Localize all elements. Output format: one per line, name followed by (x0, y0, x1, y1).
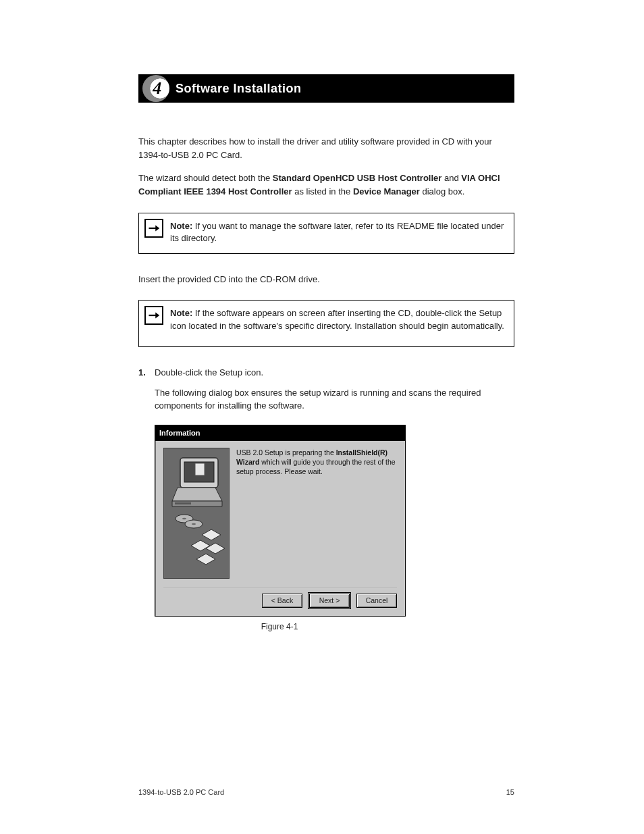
dialog-setup-artwork (163, 448, 230, 579)
svg-rect-6 (195, 463, 205, 475)
chapter-number: 4 (142, 75, 169, 102)
chapter-banner: 4 Software Installation (138, 74, 514, 103)
next-button[interactable]: Next > (309, 594, 350, 608)
note-arrow-icon (144, 306, 163, 325)
note-arrow-icon (144, 219, 163, 238)
note-text: If the software appears on screen after … (170, 308, 504, 331)
dialog-message: USB 2.0 Setup is preparing the InstallSh… (236, 448, 397, 579)
back-button[interactable]: < Back (262, 594, 302, 608)
svg-marker-3 (155, 313, 159, 319)
dialog-titlebar: Information (155, 425, 405, 441)
cancel-button[interactable]: Cancel (356, 594, 397, 608)
intro-section: This chapter describes how to install th… (138, 135, 514, 199)
footer-left: 1394-to-USB 2.0 PC Card (138, 788, 224, 796)
svg-point-13 (192, 523, 196, 525)
dialog-button-row: < Back Next > Cancel (155, 588, 405, 616)
svg-point-11 (182, 517, 186, 519)
manual-page: 4 Software Installation This chapter des… (0, 0, 644, 834)
svg-marker-14 (202, 529, 221, 540)
svg-marker-7 (172, 488, 222, 501)
note-box-1: Note: If you want to manage the software… (138, 213, 514, 255)
note-box-2: Note: If the software appears on screen … (138, 300, 514, 347)
dialog-screenshot: Information (155, 425, 404, 631)
svg-rect-9 (175, 502, 191, 504)
intro-paragraph-1: This chapter describes how to install th… (138, 135, 514, 162)
install-wizard-dialog: Information (155, 425, 406, 617)
insert-cd-paragraph: Insert the provided CD into the CD-ROM d… (138, 273, 514, 286)
intro-paragraph-2: The wizard should detect both the Standa… (138, 172, 514, 199)
chapter-title: Software Installation (176, 82, 302, 96)
page-footer: 1394-to-USB 2.0 PC Card 15 (138, 788, 514, 796)
svg-marker-17 (196, 554, 215, 565)
step-1-description: The following dialog box ensures the set… (155, 386, 514, 413)
note-label: Note: (170, 221, 192, 231)
figure-caption: Figure 4-1 (155, 622, 404, 631)
note-label: Note: (170, 308, 192, 318)
note-text: If you want to manage the software later… (170, 221, 504, 244)
svg-marker-1 (155, 225, 159, 231)
chapter-number-badge: 4 (142, 75, 169, 102)
footer-page-number: 15 (506, 788, 514, 796)
step-1: 1.Double-click the Setup icon. (138, 366, 514, 380)
